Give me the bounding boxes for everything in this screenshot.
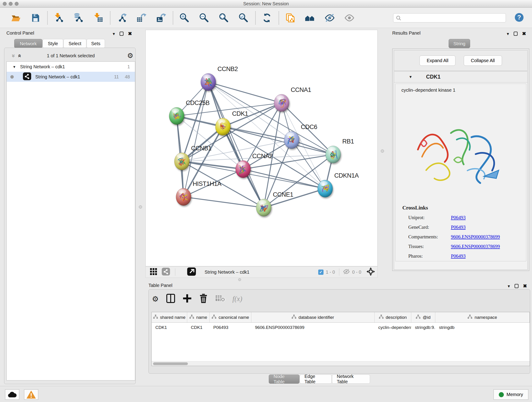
import-table-file-button[interactable] (93, 13, 104, 23)
table-options-gear-icon[interactable]: ⚙ (152, 295, 159, 303)
expand-all-button[interactable]: Expand All (419, 56, 456, 66)
selected-checkbox[interactable]: ✓ (318, 269, 323, 275)
help-button[interactable]: ? (514, 12, 524, 23)
network-node-CDKN1A[interactable]: CDKN1A (317, 172, 359, 197)
home-icon (305, 13, 315, 23)
string-view-icon[interactable] (162, 268, 170, 276)
node-label: CDC6 (301, 123, 317, 130)
import-table-file-icon (93, 13, 104, 23)
network-node-CDC25B[interactable]: CDC25B (169, 99, 210, 125)
maximize-results-icon[interactable] (514, 32, 518, 36)
memory-button[interactable]: Memory (494, 389, 528, 400)
scrollbar-thumb[interactable] (153, 362, 188, 365)
open-session-button[interactable] (11, 13, 21, 23)
network-node-CCNB2[interactable]: CCNB2 (201, 65, 238, 91)
grid-view-icon[interactable] (150, 268, 157, 276)
tab-select[interactable]: Select (63, 39, 86, 48)
table-row[interactable]: CDK1CDK1P064939606.ENSP00000378699cyclin… (152, 323, 530, 332)
zoom-selected-button[interactable] (238, 13, 249, 23)
collapse-all-button[interactable]: Collapse All (464, 56, 502, 66)
show-columns-icon[interactable] (166, 294, 175, 304)
search-input[interactable] (393, 13, 506, 22)
bottom-splitter-handle[interactable] (238, 278, 241, 281)
apply-layout-button[interactable] (262, 13, 272, 23)
crosslink-label: Uniprot: (408, 215, 451, 220)
network-canvas[interactable]: CCNB2CCNA1CDC25BCDK1CDC6RB1CCNB1CCNA2CDK… (146, 30, 378, 266)
network-node-RB1[interactable]: RB1 (326, 138, 354, 163)
protein-entry-header[interactable]: ▼ CDK1 (394, 71, 527, 83)
node-label: CDC25B (186, 99, 210, 106)
function-builder-icon[interactable]: f(x) (233, 295, 242, 303)
tab-edge-table[interactable]: Edge Table (300, 375, 332, 384)
left-splitter-handle[interactable] (139, 205, 142, 209)
zoom-in-button[interactable] (179, 13, 190, 23)
crosslink-link[interactable]: 9606.ENSP00000378699 (451, 244, 500, 249)
save-session-button[interactable] (30, 13, 41, 23)
network-options-gear-icon[interactable]: ⚙ (127, 52, 133, 59)
entry-expander-icon[interactable]: ▼ (409, 75, 412, 79)
export-network-button[interactable] (116, 13, 127, 23)
tab-network-table[interactable]: Network Table (332, 375, 370, 384)
right-splitter-handle[interactable] (381, 149, 384, 153)
crosslink-row: GeneCard:P06493 (402, 224, 500, 230)
column-header-database-identifier[interactable]: database identifier (251, 312, 375, 322)
import-network-database-button[interactable] (73, 13, 84, 23)
expand-all-networks-icon[interactable]: « (9, 54, 17, 57)
column-header-name[interactable]: name (187, 312, 210, 322)
network-node-CDC6[interactable]: CDC6 (284, 123, 317, 149)
delete-table-icon[interactable] (215, 294, 225, 303)
warning-button[interactable] (24, 389, 38, 400)
column-header-canonical-name[interactable]: canonical name (210, 312, 251, 322)
control-panel-controls: ▾ ✖ (113, 31, 132, 36)
tab-string[interactable]: String (449, 39, 470, 48)
network-edge (208, 82, 264, 208)
maximize-panel-icon[interactable] (120, 32, 123, 36)
cloud-button[interactable] (5, 389, 19, 400)
memory-status-dot-icon (499, 392, 504, 397)
crosslinks-title: CrossLinks (402, 205, 500, 211)
collapse-all-networks-icon[interactable]: « (16, 54, 23, 57)
network-collection-row[interactable]: ▼ String Network – cdk1 1 (7, 62, 135, 72)
float-table-icon[interactable]: ▾ (508, 283, 510, 289)
column-header-namespace[interactable]: namespace (435, 312, 530, 322)
float-results-icon[interactable]: ▾ (507, 31, 509, 36)
zoom-out-button[interactable] (199, 13, 209, 23)
float-panel-icon[interactable]: ▾ (113, 31, 115, 36)
crosslink-link[interactable]: 9606.ENSP00000378699 (451, 234, 500, 240)
toolbar-separator (279, 11, 279, 25)
hide-selected-button[interactable] (324, 13, 335, 23)
tab-network[interactable]: Network (14, 39, 42, 48)
add-column-icon[interactable] (183, 294, 192, 304)
home-button[interactable] (305, 13, 315, 23)
titlebar: Session: New Session (0, 0, 532, 7)
export-table-button[interactable] (136, 13, 147, 23)
column-header-shared-name[interactable]: shared name (152, 312, 187, 322)
delete-column-icon[interactable] (199, 294, 208, 304)
table-cell: stringdb (435, 325, 530, 330)
zoom-fit-content-button[interactable] (219, 13, 229, 23)
network-node-CCNA1[interactable]: CCNA1 (274, 86, 311, 112)
close-panel-icon[interactable]: ✖ (128, 31, 132, 36)
birds-eye-view-icon[interactable] (366, 267, 375, 277)
crosslink-link[interactable]: P06493 (451, 253, 466, 259)
shared-column-icon (416, 315, 420, 320)
show-all-button[interactable] (344, 13, 355, 23)
table-cell: cyclin–dependent ... (375, 325, 411, 330)
column-header--id[interactable]: @id (411, 312, 435, 322)
close-results-icon[interactable]: ✖ (522, 31, 526, 36)
cloud-icon (7, 391, 17, 398)
maximize-table-icon[interactable] (515, 284, 519, 288)
network-row[interactable]: String Network – cdk1 11 48 (7, 72, 135, 82)
tab-style[interactable]: Style (43, 39, 63, 48)
crosslink-link[interactable]: P06493 (451, 224, 466, 230)
export-image-button[interactable] (156, 13, 166, 23)
collection-expander-icon[interactable]: ▼ (13, 65, 16, 69)
tab-node-table[interactable]: Node Table (269, 375, 299, 384)
tab-sets[interactable]: Sets (87, 39, 105, 48)
crosslink-link[interactable]: P06493 (451, 215, 466, 220)
open-in-new-window-icon[interactable] (187, 268, 196, 277)
network-view-tools-button[interactable] (285, 13, 296, 23)
import-network-file-button[interactable] (54, 13, 64, 23)
close-table-icon[interactable]: ✖ (523, 283, 527, 289)
column-header-description[interactable]: description (375, 312, 411, 322)
